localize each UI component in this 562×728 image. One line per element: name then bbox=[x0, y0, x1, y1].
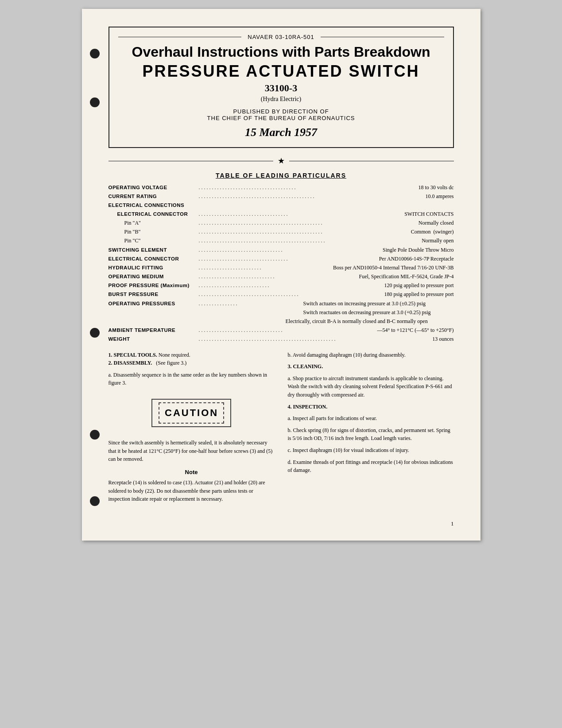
row-label: Pin "B" bbox=[109, 228, 197, 236]
row-dots: . . . . . . . . . . . . . . . . . . . . … bbox=[197, 210, 339, 218]
header-box: NAVAER 03-10RA-501 Overhaul Instructions… bbox=[109, 27, 454, 148]
row-label: BURST PRESSURE bbox=[109, 290, 197, 299]
row-dots bbox=[197, 201, 339, 209]
row-label: WEIGHT bbox=[109, 335, 197, 343]
caution-box-inner: CAUTION bbox=[159, 402, 224, 424]
caution-wrapper: CAUTION bbox=[109, 393, 275, 433]
row-value: Per AND10066-14S-7P Receptacle bbox=[339, 255, 454, 263]
row-label: AMBIENT TEMPERATURE bbox=[109, 326, 197, 335]
section-4-heading: 4. INSPECTION. bbox=[288, 403, 454, 411]
margin-dot-4 bbox=[90, 430, 100, 440]
table-row: OPERATING VOLTAGE . . . . . . . . . . . … bbox=[109, 183, 454, 192]
row-label: ELECTRICAL CONNECTOR bbox=[109, 210, 197, 218]
table-row: ELECTRICAL CONNECTIONS bbox=[109, 201, 454, 209]
row-value: Switch reactuates on decreasing pressure… bbox=[303, 308, 454, 317]
caution-text-body: Since the switch assembly is hermeticall… bbox=[109, 439, 275, 463]
row-value: Fuel, Specification MIL-F-5624, Grade JP… bbox=[317, 273, 454, 281]
table-row: Pin "B" . . . . . . . . . . . . . . . . … bbox=[109, 228, 454, 236]
row-label: CURRENT RATING bbox=[109, 192, 197, 201]
manufacturer: (Hydra Electric) bbox=[118, 96, 444, 103]
table-row: HYDRAULIC FITTING . . . . . . . . . . . … bbox=[109, 264, 454, 272]
row-dots: . . . . . . . . . . . . . . . . . . . . … bbox=[197, 264, 317, 272]
section-2b-text: b. Avoid damaging diaphragm (10) during … bbox=[288, 351, 454, 359]
table-row: ELECTRICAL CONNECTOR . . . . . . . . . .… bbox=[109, 210, 454, 218]
row-value: Boss per AND10050-4 Internal Thread 7/16… bbox=[317, 264, 454, 272]
row-dots: . . . . . . . . . . . . . . . . . . . . … bbox=[197, 273, 317, 281]
note-heading: Note bbox=[109, 468, 275, 477]
star-line-right bbox=[289, 161, 454, 161]
row-label: Pin "C" bbox=[109, 237, 197, 245]
row-value bbox=[339, 201, 454, 209]
doc-number-text: NAVAER 03-10RA-501 bbox=[241, 34, 320, 40]
table-row: PROOF PRESSURE (Maximum) . . . . . . . .… bbox=[109, 281, 454, 290]
section-1-2-heading: 1. SPECIAL TOOLS. None required. 2. DISA… bbox=[109, 351, 275, 367]
row-dots bbox=[197, 308, 303, 317]
row-label: SWITCHING ELEMENT bbox=[109, 246, 197, 254]
margin-dot-3 bbox=[90, 328, 100, 338]
published-line1: PUBLISHED BY DIRECTION OF bbox=[118, 108, 444, 115]
section-4d-text: d. Examine threads of port fittings and … bbox=[288, 458, 454, 475]
doc-number: NAVAER 03-10RA-501 bbox=[118, 34, 444, 40]
table-row: OPERATING MEDIUM . . . . . . . . . . . .… bbox=[109, 273, 454, 281]
margin-dot-1 bbox=[90, 49, 100, 58]
row-label bbox=[109, 317, 197, 326]
row-label: OPERATING PRESSURES bbox=[109, 300, 197, 308]
section-2-heading: 2. DISASSEMBLY. bbox=[109, 360, 152, 366]
row-dots: . . . . . . . . . . . . . . . . . . . . … bbox=[197, 326, 339, 335]
main-title: Overhaul Instructions with Parts Breakdo… bbox=[118, 44, 444, 60]
margin-dot-5 bbox=[90, 496, 100, 506]
table-row: ELECTRICAL CONNECTOR . . . . . . . . . .… bbox=[109, 255, 454, 263]
table-row: Pin "A" . . . . . . . . . . . . . . . . … bbox=[109, 219, 454, 227]
row-value: Normally open bbox=[339, 237, 454, 245]
row-dots: . . . . . . . . . . . . . . . . . . . . … bbox=[197, 183, 339, 192]
row-label: HYDRAULIC FITTING bbox=[109, 264, 197, 272]
row-value: Electrically, circuit B-A is normally cl… bbox=[286, 317, 454, 326]
row-dots bbox=[197, 317, 286, 326]
row-label bbox=[109, 308, 197, 317]
row-dots: . . . . . . . . . . . . . . . . . . . . … bbox=[197, 228, 339, 236]
section-1-heading: 1. SPECIAL TOOLS. bbox=[109, 352, 157, 358]
body-columns: 1. SPECIAL TOOLS. None required. 2. DISA… bbox=[109, 351, 454, 508]
note-section: Note Receptacle (14) is soldered to case… bbox=[109, 468, 275, 503]
section-4a-text: a. Inspect all parts for indications of … bbox=[288, 414, 454, 423]
note-text: Receptacle (14) is soldered to case (13)… bbox=[109, 479, 275, 503]
particulars-table: OPERATING VOLTAGE . . . . . . . . . . . … bbox=[109, 183, 454, 344]
row-value: —54° to +121°C (—65° to +250°F) bbox=[339, 326, 454, 335]
row-value: 10.0 amperes bbox=[339, 192, 454, 201]
section-4b-text: b. Check spring (8) for signs of distort… bbox=[288, 426, 454, 443]
doc-number-line-right bbox=[321, 37, 444, 37]
star-symbol: ★ bbox=[273, 156, 289, 166]
row-value: 18 to 30 volts dc bbox=[339, 183, 454, 192]
row-dots: . . . . . . . . . . . . . . . . . . . . … bbox=[197, 192, 339, 201]
star-line-left bbox=[109, 161, 273, 161]
section-2a-text: a. Disassembly sequence is in the same o… bbox=[109, 371, 275, 387]
table-row: AMBIENT TEMPERATURE . . . . . . . . . . … bbox=[109, 326, 454, 335]
caution-label: CAUTION bbox=[165, 407, 218, 418]
row-dots: . . . . . . . . . . . . . . . . . . . . … bbox=[197, 255, 339, 263]
sub-title: PRESSURE ACTUATED SWITCH bbox=[118, 62, 444, 81]
table-row: CURRENT RATING . . . . . . . . . . . . .… bbox=[109, 192, 454, 201]
section-3-label: 3. CLEANING. bbox=[288, 363, 323, 370]
row-value: 120 psig applied to pressure port bbox=[339, 281, 454, 290]
row-dots: . . . . . . . . . . . . . . . . . . . . … bbox=[197, 237, 339, 245]
row-dots: . . . . . . . . . . . . . . . . . . . . … bbox=[197, 281, 339, 290]
right-column: b. Avoid damaging diaphragm (10) during … bbox=[288, 351, 454, 508]
row-dots: . . . . . . . . . . . . . . . . . . . . … bbox=[197, 246, 339, 254]
star-divider: ★ bbox=[109, 156, 454, 166]
row-value: SWITCH CONTACTS bbox=[339, 210, 454, 218]
row-dots: . . . . . . . . . . . . . . . bbox=[197, 300, 303, 308]
caution-box-outer: CAUTION bbox=[151, 399, 231, 427]
row-dots: . . . . . . . . . . . . . . . . . . . . … bbox=[197, 290, 339, 299]
page: NAVAER 03-10RA-501 Overhaul Instructions… bbox=[82, 9, 481, 541]
doc-number-line-left bbox=[118, 37, 242, 37]
margin-dots bbox=[90, 9, 102, 541]
margin-dot-2 bbox=[90, 97, 100, 107]
row-value: Common (swinger) bbox=[339, 228, 454, 236]
section-4c-text: c. Inspect diaphragm (10) for visual ind… bbox=[288, 446, 454, 455]
date: 15 March 1957 bbox=[118, 126, 444, 139]
page-number: 1 bbox=[451, 520, 454, 527]
row-label: OPERATING MEDIUM bbox=[109, 273, 197, 281]
published-line2: THE CHIEF OF THE BUREAU OF AERONAUTICS bbox=[118, 115, 444, 121]
row-value: 180 psig applied to pressure port bbox=[339, 290, 454, 299]
row-label: ELECTRICAL CONNECTOR bbox=[109, 255, 197, 263]
